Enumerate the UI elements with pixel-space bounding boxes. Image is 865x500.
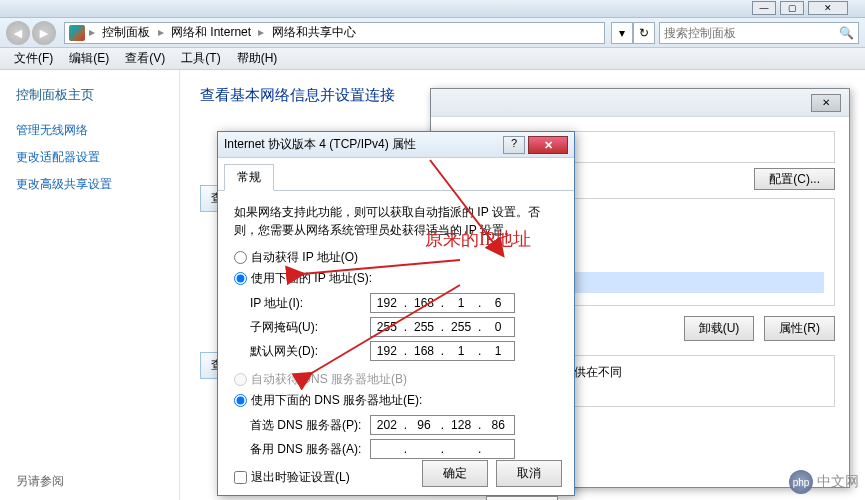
validate-checkbox[interactable] (234, 471, 247, 484)
search-input[interactable] (664, 26, 839, 40)
gw-label: 默认网关(D): (250, 343, 370, 360)
radio-manual-ip[interactable] (234, 272, 247, 285)
menu-help[interactable]: 帮助(H) (229, 48, 286, 69)
label-auto-dns: 自动获得 DNS 服务器地址(B) (251, 371, 407, 388)
see-also-label: 另请参阅 (16, 473, 163, 490)
maximize-button[interactable]: ▢ (780, 1, 804, 15)
menu-bar: 文件(F) 编辑(E) 查看(V) 工具(T) 帮助(H) (0, 48, 865, 70)
dns1-label: 首选 DNS 服务器(P): (250, 417, 370, 434)
minimize-button[interactable]: — (752, 1, 776, 15)
label-auto-ip: 自动获得 IP 地址(O) (251, 249, 358, 266)
search-box[interactable]: 🔍 (659, 22, 859, 44)
radio-manual-dns[interactable] (234, 394, 247, 407)
properties-button[interactable]: 属性(R) (764, 316, 835, 341)
dns2-input[interactable]: ... (370, 439, 515, 459)
history-dropdown[interactable]: ▾ (611, 22, 633, 44)
bg-close-button[interactable]: ✕ (811, 94, 841, 112)
watermark-logo: php (789, 470, 813, 494)
help-button[interactable]: ? (503, 136, 525, 154)
ipv4-properties-dialog: Internet 协议版本 4 (TCP/IPv4) 属性 ? ✕ 常规 如果网… (217, 131, 575, 496)
dialog-description: 如果网络支持此功能，则可以获取自动指派的 IP 设置。否则，您需要从网络系统管理… (234, 203, 558, 239)
crumb-leaf[interactable]: 网络和共享中心 (272, 25, 356, 39)
search-icon: 🔍 (839, 26, 854, 40)
ok-button[interactable]: 确定 (422, 460, 488, 487)
forward-button[interactable]: ► (32, 21, 56, 45)
back-button[interactable]: ◄ (6, 21, 30, 45)
window-titlebar: — ▢ ✕ (0, 0, 865, 18)
ip-input[interactable]: 192.168.1.6 (370, 293, 515, 313)
crumb-mid[interactable]: 网络和 Internet (171, 25, 251, 39)
advanced-button[interactable]: 高级(V)... (486, 496, 558, 500)
sidebar-sharing[interactable]: 更改高级共享设置 (16, 176, 163, 193)
sidebar: 控制面板主页 管理无线网络 更改适配器设置 更改高级共享设置 另请参阅 Inte… (0, 70, 180, 500)
label-manual-ip: 使用下面的 IP 地址(S): (251, 270, 372, 287)
dns1-input[interactable]: 202.96.128.86 (370, 415, 515, 435)
mask-label: 子网掩码(U): (250, 319, 370, 336)
menu-file[interactable]: 文件(F) (6, 48, 61, 69)
menu-edit[interactable]: 编辑(E) (61, 48, 117, 69)
dialog-title: Internet 协议版本 4 (TCP/IPv4) 属性 (224, 136, 503, 153)
mask-input[interactable]: 255.255.255.0 (370, 317, 515, 337)
refresh-button[interactable]: ↻ (633, 22, 655, 44)
gateway-input[interactable]: 192.168.1.1 (370, 341, 515, 361)
radio-auto-ip[interactable] (234, 251, 247, 264)
sidebar-home[interactable]: 控制面板主页 (16, 86, 163, 104)
uninstall-button[interactable]: 卸载(U) (684, 316, 755, 341)
menu-tools[interactable]: 工具(T) (173, 48, 228, 69)
dialog-close-button[interactable]: ✕ (528, 136, 568, 154)
tab-general[interactable]: 常规 (224, 164, 274, 191)
control-panel-icon (69, 25, 85, 41)
crumb-root[interactable]: 控制面板 (102, 25, 150, 39)
sidebar-wireless[interactable]: 管理无线网络 (16, 122, 163, 139)
radio-auto-dns (234, 373, 247, 386)
configure-button[interactable]: 配置(C)... (754, 168, 835, 190)
close-button[interactable]: ✕ (808, 1, 848, 15)
validate-label: 退出时验证设置(L) (251, 469, 350, 486)
cancel-button[interactable]: 取消 (496, 460, 562, 487)
sidebar-adapter[interactable]: 更改适配器设置 (16, 149, 163, 166)
watermark-text: 中文网 (817, 473, 859, 491)
watermark: php 中文网 (789, 470, 859, 494)
breadcrumb-box[interactable]: ▸ 控制面板 ▸ 网络和 Internet ▸ 网络和共享中心 (64, 22, 605, 44)
ip-label: IP 地址(I): (250, 295, 370, 312)
dns2-label: 备用 DNS 服务器(A): (250, 441, 370, 458)
menu-view[interactable]: 查看(V) (117, 48, 173, 69)
address-bar: ◄ ► ▸ 控制面板 ▸ 网络和 Internet ▸ 网络和共享中心 ▾ ↻ … (0, 18, 865, 48)
label-manual-dns: 使用下面的 DNS 服务器地址(E): (251, 392, 422, 409)
